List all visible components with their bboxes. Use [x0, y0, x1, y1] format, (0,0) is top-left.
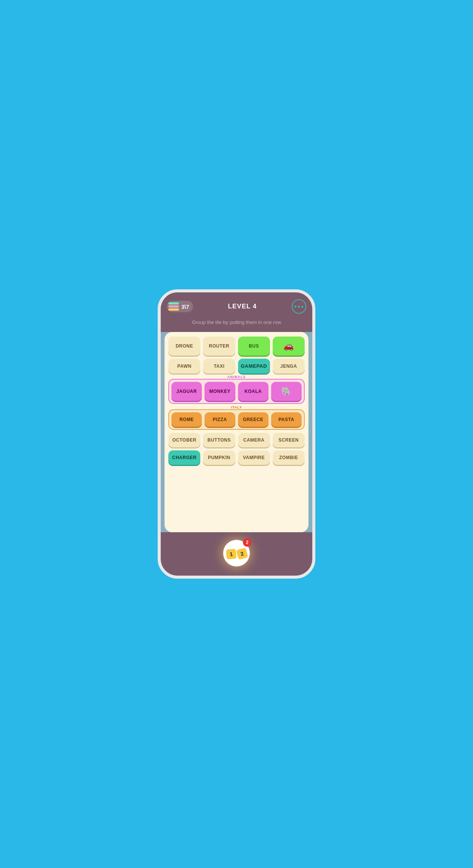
- hint-button[interactable]: 2 1 2: [223, 540, 250, 566]
- tile-monkey[interactable]: MONKEY: [205, 382, 235, 401]
- tile-camera[interactable]: CAMERA: [238, 433, 270, 447]
- tile-row-6: CHARGER PUMPKIN VAMPIRE ZOMBIE: [168, 450, 305, 465]
- tile-car[interactable]: 🚗: [273, 337, 305, 356]
- dice-1: 1: [226, 549, 237, 559]
- tile-charger[interactable]: CHARGER: [168, 450, 200, 465]
- tile-pizza[interactable]: PIZZA: [205, 412, 235, 427]
- tile-vampire[interactable]: VAMPIRE: [238, 450, 270, 465]
- tile-row-1: DRONE ROUTER BUS 🚗: [168, 337, 305, 356]
- tile-october[interactable]: OCTOBER: [168, 433, 200, 447]
- tile-jenga[interactable]: JENGA: [273, 359, 305, 373]
- hint-badge: 2: [243, 538, 251, 547]
- menu-dot-2: [298, 306, 300, 308]
- phone-frame: 3\7 LEVEL 4 Group the tile by putting th…: [158, 289, 315, 579]
- tile-screen[interactable]: SCREEN: [273, 433, 305, 447]
- group-row-italy: ITALY ROME PIZZA GREECE PASTA: [168, 409, 305, 430]
- instruction-text: Group the tile by putting them in one ro…: [161, 319, 312, 332]
- layers-icon: [168, 302, 179, 311]
- tile-rome[interactable]: ROME: [171, 412, 202, 427]
- bottom-area: 2 1 2: [161, 532, 312, 576]
- tile-gamepad[interactable]: GAMEPAD: [238, 359, 270, 373]
- group-label-animals: ANIMALS: [225, 375, 248, 379]
- tile-koala[interactable]: KOALA: [238, 382, 268, 401]
- tile-pasta[interactable]: PASTA: [271, 412, 302, 427]
- lives-badge: 3\7: [167, 301, 193, 312]
- menu-dot-1: [294, 306, 296, 308]
- level-title: LEVEL 4: [228, 303, 257, 310]
- tile-row-2: PAWN TAXI GAMEPAD JENGA: [168, 359, 305, 373]
- tile-zombie[interactable]: ZOMBIE: [273, 450, 305, 465]
- dice-2: 2: [236, 548, 248, 560]
- tile-jaguar[interactable]: JAGUAR: [171, 382, 202, 401]
- dice-container: 1 2: [225, 547, 248, 560]
- tile-router[interactable]: ROUTER: [203, 337, 235, 356]
- game-board: DRONE ROUTER BUS 🚗 PAWN TAXI GAMEPAD JEN…: [165, 332, 308, 532]
- tile-greece[interactable]: GREECE: [238, 412, 268, 427]
- tile-pawn[interactable]: PAWN: [168, 359, 200, 373]
- tile-pumpkin[interactable]: PUMPKIN: [203, 450, 235, 465]
- tile-row-5: OCTOBER BUTTONS CAMERA SCREEN: [168, 433, 305, 447]
- tile-elephant[interactable]: 🐘: [271, 382, 302, 401]
- tile-buttons[interactable]: BUTTONS: [203, 433, 235, 447]
- tile-bus[interactable]: BUS: [238, 337, 270, 356]
- group-label-italy: ITALY: [229, 405, 244, 409]
- header: 3\7 LEVEL 4: [161, 292, 312, 319]
- tile-row-italy: ROME PIZZA GREECE PASTA: [168, 409, 305, 430]
- tile-taxi[interactable]: TAXI: [203, 359, 235, 373]
- menu-button[interactable]: [292, 299, 306, 314]
- group-row-animals: ANIMALS JAGUAR MONKEY KOALA 🐘: [168, 379, 305, 404]
- tile-row-animals: JAGUAR MONKEY KOALA 🐘: [168, 379, 305, 404]
- lives-text: 3\7: [181, 303, 189, 310]
- tile-drone[interactable]: DRONE: [168, 337, 200, 356]
- menu-dot-3: [301, 306, 303, 308]
